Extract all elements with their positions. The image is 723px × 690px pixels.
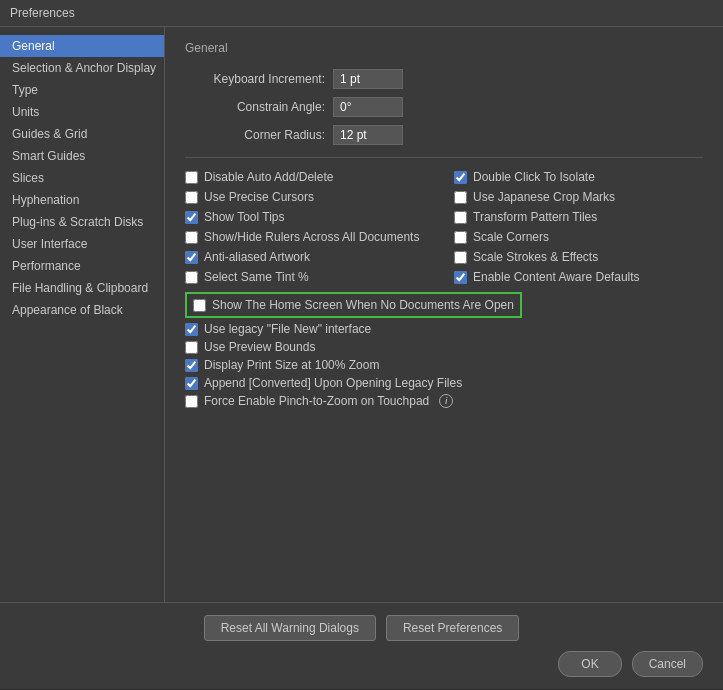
checkbox-row-use-precise[interactable]: Use Precise Cursors [185,190,434,204]
ok-button[interactable]: OK [558,651,621,677]
checkbox-label-use-precise: Use Precise Cursors [204,190,314,204]
checkbox-label-double-click-isolate: Double Click To Isolate [473,170,595,184]
single-checkbox-row-append-converted[interactable]: Append [Converted] Upon Opening Legacy F… [185,376,703,390]
sidebar-item-units[interactable]: Units [0,101,164,123]
checkbox-legacy-file-new[interactable] [185,323,198,336]
field-label: Keyboard Increment: [185,72,325,86]
sidebar: GeneralSelection & Anchor DisplayTypeUni… [0,27,165,602]
title-text: Preferences [10,6,75,20]
checkbox-label-home-screen: Show The Home Screen When No Documents A… [212,298,514,312]
single-checkbox-row-legacy-file-new[interactable]: Use legacy "File New" interface [185,322,703,336]
checkbox-home-screen[interactable] [193,299,206,312]
reset-preferences-button[interactable]: Reset Preferences [386,615,519,641]
dialog-footer: Reset All Warning Dialogs Reset Preferen… [0,602,723,689]
checkbox-grid: Disable Auto Add/Delete Use Precise Curs… [185,170,703,284]
field-label: Corner Radius: [185,128,325,142]
checkbox-anti-aliased[interactable] [185,251,198,264]
checkbox-label-show-tooltips: Show Tool Tips [204,210,285,224]
sidebar-item-performance[interactable]: Performance [0,255,164,277]
checkbox-label-show-hide-rulers: Show/Hide Rulers Across All Documents [204,230,419,244]
checkbox-label-legacy-file-new: Use legacy "File New" interface [204,322,371,336]
dialog: GeneralSelection & Anchor DisplayTypeUni… [0,27,723,689]
checkbox-content-aware[interactable] [454,271,467,284]
checkbox-col-right: Double Click To Isolate Use Japanese Cro… [454,170,703,284]
single-checkbox-row-force-pinch[interactable]: Force Enable Pinch-to-Zoom on Touchpad i [185,394,703,408]
sidebar-item-type[interactable]: Type [0,79,164,101]
checkbox-label-select-same-tint: Select Same Tint % [204,270,309,284]
checkbox-append-converted[interactable] [185,377,198,390]
checkbox-show-tooltips[interactable] [185,211,198,224]
checkbox-label-append-converted: Append [Converted] Upon Opening Legacy F… [204,376,462,390]
dialog-body: GeneralSelection & Anchor DisplayTypeUni… [0,27,723,602]
sidebar-item-smart-guides[interactable]: Smart Guides [0,145,164,167]
checkbox-row-disable-auto[interactable]: Disable Auto Add/Delete [185,170,434,184]
checkbox-row-show-hide-rulers[interactable]: Show/Hide Rulers Across All Documents [185,230,434,244]
field-label: Constrain Angle: [185,100,325,114]
separator [185,157,703,158]
checkbox-col-left: Disable Auto Add/Delete Use Precise Curs… [185,170,434,284]
sidebar-item-selection[interactable]: Selection & Anchor Display [0,57,164,79]
checkbox-scale-strokes[interactable] [454,251,467,264]
checkbox-label-preview-bounds: Use Preview Bounds [204,340,315,354]
checkbox-select-same-tint[interactable] [185,271,198,284]
checkbox-row-japanese-crop[interactable]: Use Japanese Crop Marks [454,190,703,204]
checkbox-japanese-crop[interactable] [454,191,467,204]
field-input[interactable] [333,125,403,145]
checkbox-row-double-click-isolate[interactable]: Double Click To Isolate [454,170,703,184]
checkbox-label-japanese-crop: Use Japanese Crop Marks [473,190,615,204]
checkbox-label-scale-corners: Scale Corners [473,230,549,244]
section-title: General [185,41,703,55]
single-checkbox-row-display-print-size[interactable]: Display Print Size at 100% Zoom [185,358,703,372]
field-input[interactable] [333,69,403,89]
sidebar-item-plugins[interactable]: Plug-ins & Scratch Disks [0,211,164,233]
sidebar-item-general[interactable]: General [0,35,164,57]
sidebar-item-slices[interactable]: Slices [0,167,164,189]
checkbox-disable-auto[interactable] [185,171,198,184]
field-row: Constrain Angle: [185,97,703,117]
checkbox-double-click-isolate[interactable] [454,171,467,184]
checkbox-transform-pattern[interactable] [454,211,467,224]
checkbox-row-transform-pattern[interactable]: Transform Pattern Tiles [454,210,703,224]
checkbox-show-hide-rulers[interactable] [185,231,198,244]
cancel-button[interactable]: Cancel [632,651,703,677]
checkbox-label-transform-pattern: Transform Pattern Tiles [473,210,597,224]
reset-warnings-button[interactable]: Reset All Warning Dialogs [204,615,376,641]
sidebar-item-guides[interactable]: Guides & Grid [0,123,164,145]
checkbox-row-select-same-tint[interactable]: Select Same Tint % [185,270,434,284]
checkbox-use-precise[interactable] [185,191,198,204]
checkbox-label-disable-auto: Disable Auto Add/Delete [204,170,333,184]
checkbox-row-scale-strokes[interactable]: Scale Strokes & Effects [454,250,703,264]
checkbox-label-content-aware: Enable Content Aware Defaults [473,270,640,284]
checkbox-label-display-print-size: Display Print Size at 100% Zoom [204,358,379,372]
footer-buttons-bottom: OK Cancel [558,651,703,677]
checkbox-row-show-tooltips[interactable]: Show Tool Tips [185,210,434,224]
checkbox-label-force-pinch: Force Enable Pinch-to-Zoom on Touchpad [204,394,429,408]
checkbox-preview-bounds[interactable] [185,341,198,354]
sidebar-item-file-handling[interactable]: File Handling & Clipboard [0,277,164,299]
info-icon-force-pinch: i [439,394,453,408]
checkbox-row-scale-corners[interactable]: Scale Corners [454,230,703,244]
checkbox-row-anti-aliased[interactable]: Anti-aliased Artwork [185,250,434,264]
sidebar-item-appearance[interactable]: Appearance of Black [0,299,164,321]
checkbox-scale-corners[interactable] [454,231,467,244]
highlighted-checkbox-row[interactable]: Show The Home Screen When No Documents A… [185,292,522,318]
title-bar: Preferences [0,0,723,27]
footer-buttons-top: Reset All Warning Dialogs Reset Preferen… [204,615,520,641]
content-area: General Keyboard Increment: Constrain An… [165,27,723,602]
checkbox-display-print-size[interactable] [185,359,198,372]
checkbox-force-pinch[interactable] [185,395,198,408]
field-row: Keyboard Increment: [185,69,703,89]
sidebar-item-hyphenation[interactable]: Hyphenation [0,189,164,211]
checkbox-label-anti-aliased: Anti-aliased Artwork [204,250,310,264]
checkbox-row-content-aware[interactable]: Enable Content Aware Defaults [454,270,703,284]
single-checkbox-row-preview-bounds[interactable]: Use Preview Bounds [185,340,703,354]
field-row: Corner Radius: [185,125,703,145]
field-input[interactable] [333,97,403,117]
sidebar-item-ui[interactable]: User Interface [0,233,164,255]
checkbox-label-scale-strokes: Scale Strokes & Effects [473,250,598,264]
